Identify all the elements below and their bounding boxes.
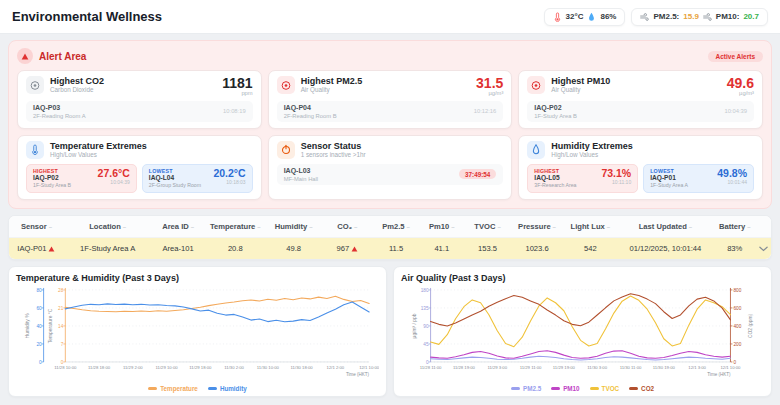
cell-battery: 83% [714,238,756,259]
sort-icon: – [607,224,610,230]
svg-text:Time (HKT): Time (HKT) [346,372,370,377]
sensor-time: 10:04:39 [724,108,747,114]
co2-value: 1181 [222,76,252,90]
cell-location: 1F-Study Area A [64,238,152,259]
sensor-location: 3F-Research Area [534,182,576,188]
sensor-location: 1F-Study Area B [33,182,71,188]
svg-text:11/30 10:00: 11/30 10:00 [257,366,280,371]
sort-icon: – [49,224,52,230]
sensor-location: 2F-Reading Room B [284,113,337,119]
svg-text:11/29 2:00: 11/29 2:00 [123,366,143,371]
svg-text:135: 135 [421,306,429,311]
svg-text:60: 60 [36,306,42,311]
highest-co2-card: Highest CO2 Carbon Dioxide 1181 ppm IAQ-… [17,70,262,129]
svg-text:11/28 10:00: 11/28 10:00 [54,366,77,371]
temperature-extremes-card: Temperature Extremes High/Low Values HIG… [17,135,262,201]
col-humidity[interactable]: Humidity– [266,216,322,237]
highest-temp-value: 27.6°C [98,168,130,179]
col-tvoc[interactable]: TVOC– [465,216,511,237]
svg-text:12/1 3:00: 12/1 3:00 [688,366,706,371]
svg-text:20: 20 [36,342,42,347]
cell-pm10: 41.1 [419,238,465,259]
legend-label: PM10 [563,385,579,392]
legend-item-tvoc[interactable]: TVOC [590,385,620,392]
legend-item-temperature[interactable]: Temperature [148,385,198,392]
sensor-id: IAQ-P04 [284,104,337,113]
sort-icon: – [497,224,500,230]
col-battery[interactable]: Battery– [714,216,756,237]
svg-text:11/30 2:00: 11/30 2:00 [224,366,244,371]
legend-label: TVOC [602,385,620,392]
card-title: Sensor Status [301,141,366,151]
highest-humidity-panel: HIGHEST IAQ-L05 3F-Research Area 73.1% 1… [527,164,638,194]
humidity-extremes-card: Humidity Extremes High/Low Values HIGHES… [518,135,763,201]
col-co2[interactable]: CO₂– [321,216,373,237]
sensor-time: 10:12:16 [474,108,497,114]
pm-summary-pill: PM2.5: 15.9 PM10: 20.7 [631,8,768,26]
cell-light-lux: 542 [564,238,617,259]
legend-item-humidity[interactable]: Humidity [208,385,247,392]
col-pm25[interactable]: Pm2.5– [373,216,419,237]
col-area-id[interactable]: Area ID– [151,216,204,237]
header-status-badges: 32°C 86% PM2.5: 15.9 PM10: 20.7 [544,8,768,26]
sensor-location: MF-Main Hall [284,176,318,182]
wind-icon [640,12,649,22]
sensor-id: IAQ-P02 [534,104,577,113]
lowest-temp-value: 20.2°C [213,168,245,179]
legend-item-pm10[interactable]: PM10 [551,385,579,392]
sensor-id: IAQ-P03 [33,104,86,113]
cell-co2: 967 [321,238,373,259]
table-row[interactable]: IAQ-P01 1F-Study Area A Area-101 20.8 49… [9,238,771,259]
thermometer-icon [26,141,44,159]
sort-icon: – [257,224,260,230]
svg-text:Humidity %: Humidity % [25,313,30,339]
legend-label: PM2.5 [523,385,541,392]
sensor-id: IAQ-L04 [149,174,201,183]
highest-humidity-value: 73.1% [601,168,631,179]
chart-legend: TemperatureHumidity [16,385,379,392]
sort-icon: – [747,224,750,230]
svg-text:12/1 10:00: 12/1 10:00 [359,366,379,371]
humidity-value: 86% [600,12,616,21]
cell-temperature: 20.8 [205,238,266,259]
svg-text:11/30 19:00: 11/30 19:00 [653,366,676,371]
legend-item-pm25[interactable]: PM2.5 [511,385,541,392]
sensor-status-card: Sensor Status 1 sensors inactive >1hr IA… [268,135,513,201]
col-pressure[interactable]: Pressure– [510,216,563,237]
card-title: Humidity Extremes [551,141,633,151]
alert-area-title: Alert Area [39,51,86,62]
col-location[interactable]: Location– [64,216,152,237]
alert-area-header: Alert Area Active Alerts [17,48,763,64]
col-last-updated[interactable]: Last Updated– [617,216,714,237]
col-sensor[interactable]: Sensor– [9,216,64,237]
cell-pm25: 11.5 [373,238,419,259]
col-pm10[interactable]: Pm10– [419,216,465,237]
droplet-icon [587,12,596,22]
sensor-info-row: IAQ-P02 1F-Study Area B 10:04:39 [527,101,754,122]
warning-icon [48,246,55,252]
svg-text:28: 28 [58,288,64,293]
svg-text:80: 80 [36,288,42,293]
card-subtitle: 1 sensors inactive >1hr [301,151,366,158]
row-expand-chevron[interactable] [756,240,771,258]
col-light-lux[interactable]: Light Lux– [564,216,617,237]
active-alerts-badge: Active Alerts [708,51,764,62]
col-expand [756,221,771,233]
svg-text:21: 21 [58,306,64,311]
sensor-info-row: IAQ-P03 2F-Reading Room A 10:08:19 [26,101,253,122]
sort-icon: – [689,224,692,230]
svg-text:0: 0 [733,360,736,365]
sensor-status-icon [277,141,295,159]
svg-text:11/29 3:00: 11/29 3:00 [487,366,507,371]
col-temperature[interactable]: Temperature– [205,216,266,237]
sensor-location: 1F-Study Area B [534,113,577,119]
legend-marker [148,387,157,390]
legend-item-co2[interactable]: CO2 [629,385,654,392]
legend-marker [511,387,520,390]
sensor-time: 10:11:10 [601,179,631,185]
wind-icon [703,12,712,22]
svg-text:800: 800 [733,288,741,293]
temperature-humidity-chart-card: Temperature & Humidity (Past 3 Days) 020… [8,266,387,397]
chart-title: Air Quality (Past 3 Days) [401,273,764,283]
sensor-location: 2F-Group Study Room [149,182,201,188]
